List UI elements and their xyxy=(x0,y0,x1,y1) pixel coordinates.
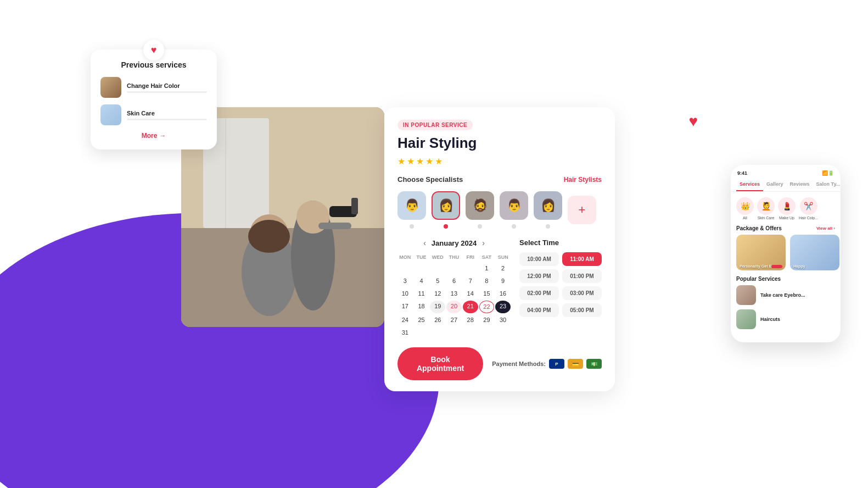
phone-service-eyebrow[interactable]: Take care Eyebro... xyxy=(736,285,835,305)
service-thumb-skin xyxy=(100,104,121,125)
phone-cat-all[interactable]: 👑 All xyxy=(736,197,754,220)
phone-tab-gallery[interactable]: Gallery xyxy=(763,179,787,191)
cal-header-thu: THU xyxy=(446,253,462,262)
cal-day-28[interactable]: 28 xyxy=(463,314,478,326)
cal-day-15[interactable]: 15 xyxy=(479,288,495,300)
time-slot-0300[interactable]: 03:00 PM xyxy=(562,286,602,300)
cal-day-empty-2 xyxy=(414,263,429,274)
svg-rect-11 xyxy=(318,223,351,229)
time-slot-0200[interactable]: 02:00 PM xyxy=(519,286,559,300)
cal-day-12[interactable]: 12 xyxy=(430,288,445,300)
cal-header-sat: SAT xyxy=(479,253,495,262)
phone-cat-label-makeup: Make Up xyxy=(779,216,794,220)
service-info-skin: Skin Care xyxy=(127,110,207,120)
cal-day-empty-1 xyxy=(397,263,413,274)
cal-day-empty-3 xyxy=(430,263,445,274)
cal-day-27[interactable]: 27 xyxy=(446,314,462,326)
phone-service-name-eyebrow: Take care Eyebro... xyxy=(760,292,805,298)
favorite-heart-icon[interactable]: ♥ xyxy=(688,113,698,130)
cal-header-fri: FRI xyxy=(463,253,478,262)
cal-day-4[interactable]: 4 xyxy=(414,275,429,287)
cal-header-wed: WED xyxy=(430,253,445,262)
cal-day-24[interactable]: 24 xyxy=(397,314,413,326)
cal-day-22[interactable]: 22 xyxy=(479,301,495,313)
book-appointment-button[interactable]: Book Appointment xyxy=(397,347,483,380)
cal-day-29[interactable]: 29 xyxy=(479,314,495,326)
cal-day-23[interactable]: 23 xyxy=(495,301,511,313)
cal-day-21[interactable]: 21 xyxy=(463,301,478,313)
phone-package-2-label: Happy xyxy=(793,264,805,268)
cal-day-6[interactable]: 6 xyxy=(446,275,462,287)
phone-package-2[interactable]: Happy xyxy=(790,235,839,270)
specialist-avatar-1[interactable]: 👨 xyxy=(397,191,426,220)
phone-cat-haircolor[interactable]: ✂️ Hair Colp... xyxy=(799,197,818,220)
phone-view-all-link[interactable]: View all › xyxy=(816,226,835,231)
cal-day-5[interactable]: 5 xyxy=(430,275,445,287)
calendar-next-button[interactable]: › xyxy=(482,239,485,247)
cal-day-3[interactable]: 3 xyxy=(397,275,413,287)
calendar-section: ‹ January 2024 › MON TUE WED THU FRI SAT… xyxy=(397,239,511,339)
calendar-prev-button[interactable]: ‹ xyxy=(423,239,426,247)
phone-categories: 👑 All 💆 Skin Care 💄 Make Up ✂️ Hair Colp… xyxy=(731,197,841,220)
cal-day-18[interactable]: 18 xyxy=(414,301,429,313)
cal-day-19[interactable]: 19 xyxy=(430,301,445,313)
cal-day-13[interactable]: 13 xyxy=(446,288,462,300)
phone-packages-header: Package & Offers View all › xyxy=(731,225,841,231)
time-slot-0400[interactable]: 04:00 PM xyxy=(519,303,559,317)
heart-icon: ♥ xyxy=(143,40,164,60)
cal-day-7[interactable]: 7 xyxy=(463,275,478,287)
cal-header-tue: TUE xyxy=(414,253,429,262)
time-slot-1200[interactable]: 12:00 PM xyxy=(519,269,559,283)
specialist-dot-1 xyxy=(410,224,414,229)
specialist-avatar-2[interactable]: 👩 xyxy=(432,191,460,220)
phone-cat-label-haircolor: Hair Colp... xyxy=(799,216,818,220)
phone-tab-reviews[interactable]: Reviews xyxy=(787,179,813,191)
cal-day-14[interactable]: 14 xyxy=(463,288,478,300)
cal-day-31[interactable]: 31 xyxy=(397,327,413,339)
calendar-month: January 2024 xyxy=(432,239,477,247)
service-name-hair: Change Hair Color xyxy=(127,82,207,89)
cal-day-10[interactable]: 10 xyxy=(397,288,413,300)
phone-tab-salon[interactable]: Salon Ty... xyxy=(813,179,841,191)
specialist-avatar-5[interactable]: 👩 xyxy=(534,191,562,220)
cal-header-mon: MON xyxy=(397,253,413,262)
book-payment-row: Book Appointment Payment Methods: P 💳 💵 xyxy=(397,347,602,380)
add-specialist-button[interactable]: + xyxy=(568,196,596,224)
time-slot-1100[interactable]: 11:00 AM xyxy=(562,252,602,266)
cal-day-8[interactable]: 8 xyxy=(479,275,495,287)
phone-cat-skincare[interactable]: 💆 Skin Care xyxy=(757,197,775,220)
phone-popular-header: Popular Services xyxy=(731,276,841,282)
calendar-grid: MON TUE WED THU FRI SAT SUN 1 2 3 4 5 6 xyxy=(397,253,511,339)
phone-service-haircut[interactable]: Haircuts xyxy=(736,309,835,329)
specialist-avatar-3[interactable]: 🧔 xyxy=(466,191,494,220)
cash-icon: 💵 xyxy=(586,359,602,369)
cal-day-26[interactable]: 26 xyxy=(430,314,445,326)
time-slot-1000[interactable]: 10:00 AM xyxy=(519,252,559,266)
cal-header-sun: SUN xyxy=(495,253,511,262)
cal-day-30[interactable]: 30 xyxy=(495,314,511,326)
service-item-hair: Change Hair Color xyxy=(100,77,207,98)
prev-services-title: Previous services xyxy=(100,60,207,69)
phone-popular-title: Popular Services xyxy=(736,276,781,282)
specialists-label: Choose Specialists xyxy=(397,175,463,184)
phone-cat-makeup[interactable]: 💄 Make Up xyxy=(778,197,796,220)
specialists-list: 👨 👩 🧔 👨 👩 + xyxy=(397,191,602,229)
time-slot-0500[interactable]: 05:00 PM xyxy=(562,303,602,317)
phone-status-bar: 9:41 📶🔋 xyxy=(731,170,841,179)
rating-stars: ★ ★ ★ ★ ★ xyxy=(397,156,602,167)
time-slot-0100[interactable]: 01:00 PM xyxy=(562,269,602,283)
hair-stylists-link[interactable]: Hair Stylists xyxy=(564,176,602,184)
cal-day-1[interactable]: 1 xyxy=(479,263,495,274)
cal-day-20[interactable]: 20 xyxy=(446,301,462,313)
specialist-avatar-4[interactable]: 👨 xyxy=(500,191,528,220)
cal-day-11[interactable]: 11 xyxy=(414,288,429,300)
cal-day-17[interactable]: 17 xyxy=(397,301,413,313)
cal-day-25[interactable]: 25 xyxy=(414,314,429,326)
phone-package-1[interactable]: Personality Girl Event xyxy=(736,235,786,270)
specialist-dot-4 xyxy=(512,224,516,229)
cal-day-16[interactable]: 16 xyxy=(495,288,511,300)
more-link[interactable]: More → xyxy=(100,132,207,140)
cal-day-2[interactable]: 2 xyxy=(495,263,511,274)
phone-tab-services[interactable]: Services xyxy=(736,179,763,191)
cal-day-9[interactable]: 9 xyxy=(495,275,511,287)
